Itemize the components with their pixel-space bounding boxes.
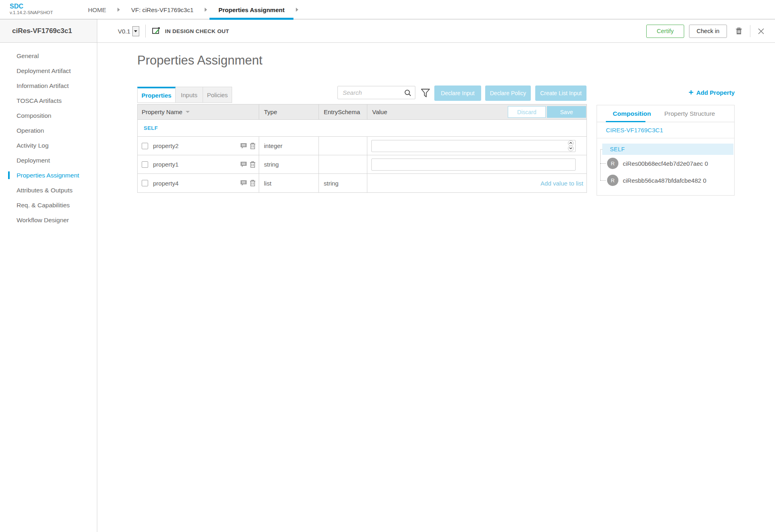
property-name-cell: property2 [138, 137, 259, 155]
divider [145, 25, 146, 38]
column-type: Type [259, 104, 319, 119]
composition-tree: SELF R ciRes00b68ecf4eb7d2e07aec 0 R ciR… [597, 139, 734, 195]
comment-icon[interactable] [240, 161, 247, 168]
save-button[interactable]: Save [547, 106, 586, 118]
row-checkbox[interactable] [142, 180, 148, 186]
row-checkbox[interactable] [142, 161, 148, 168]
group-row-self: SELF [138, 120, 586, 137]
sidebar-item-label: Activity Log [17, 142, 48, 149]
number-stepper [568, 140, 574, 151]
delete-row-icon[interactable] [249, 179, 256, 187]
divider [750, 25, 750, 37]
tab-composition[interactable]: Composition [613, 110, 651, 117]
delete-row-icon[interactable] [249, 142, 256, 150]
delete-row-icon[interactable] [249, 161, 256, 168]
entry-schema-cell [319, 137, 367, 155]
stepper-down-icon[interactable] [568, 146, 574, 151]
sidebar-item-attributes-outputs[interactable]: Attributes & Outputs [0, 183, 97, 198]
type-cell: string [259, 155, 319, 173]
tab-properties[interactable]: Properties [137, 87, 176, 103]
type-cell: integer [259, 137, 319, 155]
type-cell: list [259, 174, 319, 192]
sidebar-item-activity-log[interactable]: Activity Log [0, 138, 97, 153]
sidebar-item-tosca-artifacts[interactable]: TOSCA Artifacts [0, 93, 97, 108]
sidebar-item-general[interactable]: General [0, 48, 97, 63]
sidebar-item-label: Properties Assignment [17, 172, 79, 179]
search-input[interactable] [338, 86, 415, 99]
checkout-pencil-icon [152, 27, 161, 35]
table-actions: Discard Save [508, 106, 586, 118]
breadcrumb-home[interactable]: HOME [86, 0, 109, 19]
property2-value-input[interactable] [371, 140, 576, 152]
breadcrumb-vf[interactable]: VF: ciRes-VF1769c3c1 [129, 0, 196, 19]
column-label: Property Name [142, 108, 182, 115]
table-row-property2: property2 [138, 137, 586, 155]
active-indicator [8, 171, 10, 179]
sidebar-item-req-capabilities[interactable]: Req. & Capabilities [0, 198, 97, 213]
discard-button[interactable]: Discard [508, 106, 546, 118]
add-property-button[interactable]: + Add Property [689, 88, 735, 96]
version-dropdown[interactable] [132, 26, 139, 36]
sidebar-item-label: Attributes & Outputs [17, 187, 73, 194]
column-property-name[interactable]: Property Name [138, 104, 259, 119]
page-title: Properties Assignment [137, 53, 262, 68]
checkin-button[interactable]: Check in [689, 25, 727, 38]
property1-value-input[interactable] [371, 159, 576, 171]
comment-icon[interactable] [240, 180, 247, 186]
composition-root-node[interactable]: CIRES-VF1769C3C1 [597, 122, 734, 138]
logo-text: SDC [10, 3, 53, 10]
sidebar-item-deployment-artifact[interactable]: Deployment Artifact [0, 63, 97, 78]
breadcrumb-properties-assignment[interactable]: Properties Assignment [216, 0, 287, 19]
sidebar-item-deployment[interactable]: Deployment [0, 153, 97, 168]
close-icon[interactable] [758, 28, 765, 35]
sidebar-item-label: Workflow Designer [17, 217, 69, 223]
sidebar-item-workflow-designer[interactable]: Workflow Designer [0, 213, 97, 227]
tree-node-label: ciResbb56ca487bfdafcbe482 0 [623, 177, 706, 184]
active-tab-underline [209, 18, 293, 20]
create-list-input-button[interactable]: Create List Input [535, 86, 586, 101]
main-content: Properties Assignment Properties Inputs … [97, 43, 775, 532]
sidebar-item-label: Deployment Artifact [17, 67, 71, 74]
certify-button[interactable]: Certify [646, 25, 684, 38]
sidebar-item-label: Information Artifact [17, 82, 69, 89]
chevron-right-icon [117, 8, 120, 12]
chevron-right-icon [296, 8, 298, 12]
column-label: EntrySchema [324, 108, 360, 115]
search-box [337, 86, 415, 99]
version-toolbar: V0.1 IN DESIGN CHECK OUT Certify Check i… [97, 19, 775, 43]
composition-panel: Composition Property Structure CIRES-VF1… [597, 105, 735, 196]
dropdown-caret-icon [134, 30, 137, 32]
tree-node-self[interactable]: SELF [602, 144, 733, 155]
comment-icon[interactable] [240, 143, 247, 149]
declare-policy-button[interactable]: Declare Policy [485, 86, 531, 101]
add-value-to-list-link[interactable]: Add value to list [540, 174, 583, 192]
property-name-cell: property1 [138, 155, 259, 173]
sdc-logo[interactable]: SDC v.1.14.2-SNAPSHOT [10, 3, 53, 15]
declare-input-button[interactable]: Declare Input [434, 86, 481, 101]
properties-tabs: Properties Inputs Policies [137, 87, 232, 103]
sidebar-item-label: Composition [17, 112, 51, 119]
filter-funnel-icon[interactable] [420, 88, 431, 99]
tab-policies[interactable]: Policies [203, 87, 232, 103]
sidebar-item-operation[interactable]: Operation [0, 123, 97, 138]
add-property-label: Add Property [696, 89, 735, 96]
group-self-label[interactable]: SELF [144, 125, 158, 131]
stepper-up-icon[interactable] [568, 140, 574, 146]
tree-node-resource-2[interactable]: R ciResbb56ca487bfdafcbe482 0 [597, 172, 734, 188]
property-name: property1 [153, 161, 238, 168]
tree-node-resource-1[interactable]: R ciRes00b68ecf4eb7d2e07aec 0 [597, 155, 734, 171]
tab-inputs[interactable]: Inputs [176, 87, 203, 103]
row-checkbox[interactable] [142, 143, 148, 149]
search-icon[interactable] [404, 89, 412, 97]
sidebar-item-label: Req. & Capabilities [17, 202, 70, 209]
column-value: Value Discard Save [367, 104, 586, 119]
sort-caret-icon [186, 111, 190, 113]
toolbar-right: Certify Check in [646, 19, 765, 43]
delete-icon[interactable] [735, 27, 743, 35]
sidebar-item-label: Deployment [17, 157, 50, 164]
sidebar-item-information-artifact[interactable]: Information Artifact [0, 78, 97, 93]
version-label: V0.1 [118, 28, 130, 35]
sidebar-item-properties-assignment[interactable]: Properties Assignment [0, 168, 97, 183]
tab-property-structure[interactable]: Property Structure [664, 110, 715, 117]
sidebar-item-composition[interactable]: Composition [0, 108, 97, 123]
